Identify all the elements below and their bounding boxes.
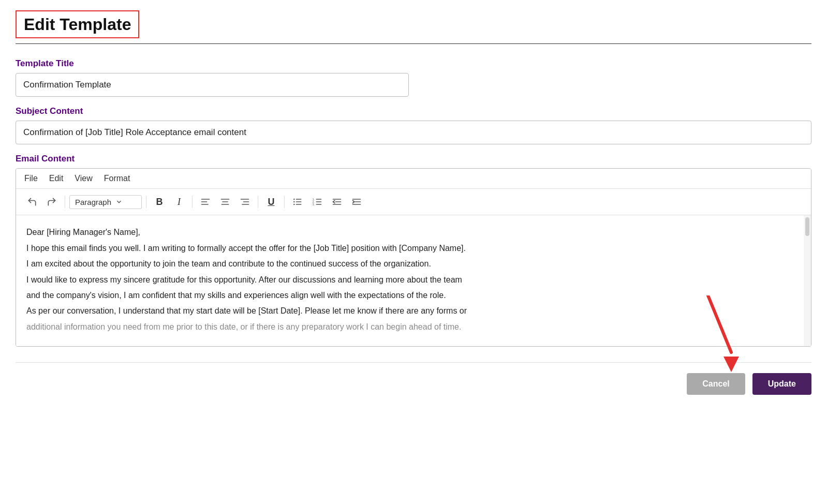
editor-toolbar: Paragraph B I xyxy=(16,189,811,215)
subject-content-section: Subject Content xyxy=(16,106,811,144)
outdent-button[interactable] xyxy=(328,193,346,211)
editor-scrollbar[interactable] xyxy=(804,215,811,346)
content-line-4: I would like to express my sincere grati… xyxy=(26,273,801,287)
svg-point-13 xyxy=(293,201,295,203)
email-content-section: Email Content File Edit View Format xyxy=(16,154,811,347)
content-line-3: I am excited about the opportunity to jo… xyxy=(26,257,801,271)
template-title-input[interactable] xyxy=(16,73,409,97)
content-line-7: additional information you need from me … xyxy=(26,320,801,334)
editor-menubar: File Edit View Format xyxy=(16,169,811,189)
italic-button[interactable]: I xyxy=(170,193,188,211)
page-header: Edit Template xyxy=(16,10,811,44)
subject-input[interactable] xyxy=(16,121,811,144)
toolbar-divider-3 xyxy=(192,196,193,208)
editor-content-area[interactable]: Dear [Hiring Manager's Name], I hope thi… xyxy=(16,215,811,346)
update-button[interactable]: Update xyxy=(752,373,811,395)
template-title-label: Template Title xyxy=(16,58,811,69)
content-line-2: I hope this email finds you well. I am w… xyxy=(26,242,801,255)
svg-marker-30 xyxy=(723,357,739,372)
menu-format[interactable]: Format xyxy=(104,174,130,183)
align-left-button[interactable] xyxy=(197,193,214,211)
scrollbar-thumb xyxy=(805,217,809,236)
content-line-1: Dear [Hiring Manager's Name], xyxy=(26,226,801,239)
subject-label: Subject Content xyxy=(16,106,811,116)
align-center-button[interactable] xyxy=(216,193,234,211)
menu-edit[interactable]: Edit xyxy=(49,174,64,183)
redo-button[interactable] xyxy=(43,193,61,211)
svg-point-12 xyxy=(293,199,295,200)
toolbar-divider-5 xyxy=(284,196,285,208)
toolbar-divider-2 xyxy=(146,196,146,208)
content-line-6: As per our conversation, I understand th… xyxy=(26,304,801,318)
svg-text:3.: 3. xyxy=(313,203,315,206)
page-title: Edit Template xyxy=(16,10,139,38)
rich-text-editor: File Edit View Format xyxy=(16,168,811,347)
bullet-list-button[interactable] xyxy=(289,193,306,211)
underline-button[interactable]: U xyxy=(262,193,280,211)
menu-file[interactable]: File xyxy=(24,174,38,183)
cancel-button[interactable]: Cancel xyxy=(687,373,745,395)
menu-view[interactable]: View xyxy=(75,174,92,183)
toolbar-divider-4 xyxy=(258,196,258,208)
svg-point-14 xyxy=(293,204,295,205)
content-line-5: and the company's vision, I am confident… xyxy=(26,289,801,302)
paragraph-style-select[interactable]: Paragraph xyxy=(69,195,142,209)
toolbar-divider-1 xyxy=(65,196,65,208)
bold-button[interactable]: B xyxy=(151,193,168,211)
align-right-button[interactable] xyxy=(236,193,254,211)
indent-button[interactable] xyxy=(348,193,365,211)
undo-button[interactable] xyxy=(23,193,41,211)
footer-buttons: Cancel Update xyxy=(16,362,811,395)
template-title-section: Template Title xyxy=(16,58,811,97)
email-content-label: Email Content xyxy=(16,154,811,164)
paragraph-style-label: Paragraph xyxy=(75,198,111,206)
numbered-list-button[interactable]: 1. 2. 3. xyxy=(308,193,326,211)
